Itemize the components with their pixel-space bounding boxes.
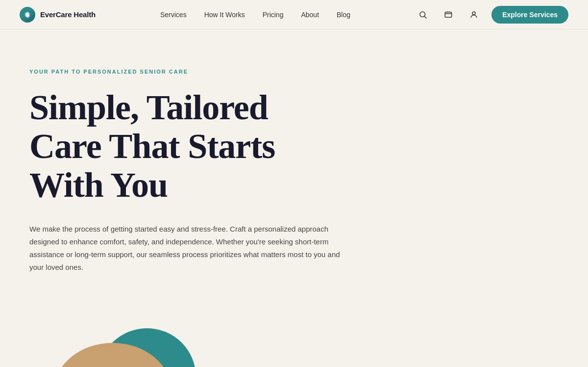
nav-link-how-it-works[interactable]: How It Works: [204, 11, 245, 19]
hero-image-container: [0, 314, 225, 367]
user-icon: [469, 10, 478, 19]
people-silhouette: [54, 343, 172, 367]
svg-point-3: [420, 12, 425, 17]
svg-line-4: [425, 16, 427, 18]
user-button[interactable]: [466, 7, 482, 23]
cart-button[interactable]: [441, 7, 456, 23]
hero-photo: [54, 343, 172, 367]
hero-content: YOUR PATH TO PERSONALIZED SENIOR CARE Si…: [0, 29, 372, 304]
navbar: EverCare Health Services How It Works Pr…: [0, 0, 588, 29]
nav-right: Explore Services: [415, 6, 568, 24]
explore-services-button[interactable]: Explore Services: [491, 6, 568, 24]
nav-link-pricing[interactable]: Pricing: [263, 11, 284, 19]
logo-icon: [20, 7, 35, 23]
nav-link-about[interactable]: About: [301, 11, 319, 19]
hero-label: YOUR PATH TO PERSONALIZED SENIOR CARE: [29, 69, 343, 75]
cart-icon: [444, 10, 453, 19]
hero-description: We make the process of getting started e…: [29, 223, 343, 274]
search-icon: [418, 10, 427, 19]
search-button[interactable]: [415, 7, 431, 23]
svg-rect-7: [54, 343, 172, 367]
brand-name: EverCare Health: [40, 10, 96, 19]
hero-title: Simple, Tailored Care That Starts With Y…: [29, 88, 343, 205]
nav-item-about[interactable]: About: [301, 11, 319, 19]
hero-section: YOUR PATH TO PERSONALIZED SENIOR CARE Si…: [0, 29, 588, 367]
nav-item-how-it-works[interactable]: How It Works: [204, 11, 245, 19]
lower-section: Start Your Journey with a Personalized P…: [0, 314, 588, 367]
nav-links: Services How It Works Pricing About Blog: [160, 11, 350, 19]
svg-rect-5: [445, 12, 452, 17]
nav-link-blog[interactable]: Blog: [337, 11, 350, 19]
leaf-icon: [23, 10, 32, 19]
svg-point-6: [472, 12, 475, 15]
nav-item-blog[interactable]: Blog: [337, 11, 350, 19]
nav-link-services[interactable]: Services: [160, 11, 187, 19]
nav-item-pricing[interactable]: Pricing: [263, 11, 284, 19]
logo-link[interactable]: EverCare Health: [20, 7, 96, 23]
nav-item-services[interactable]: Services: [160, 11, 187, 19]
